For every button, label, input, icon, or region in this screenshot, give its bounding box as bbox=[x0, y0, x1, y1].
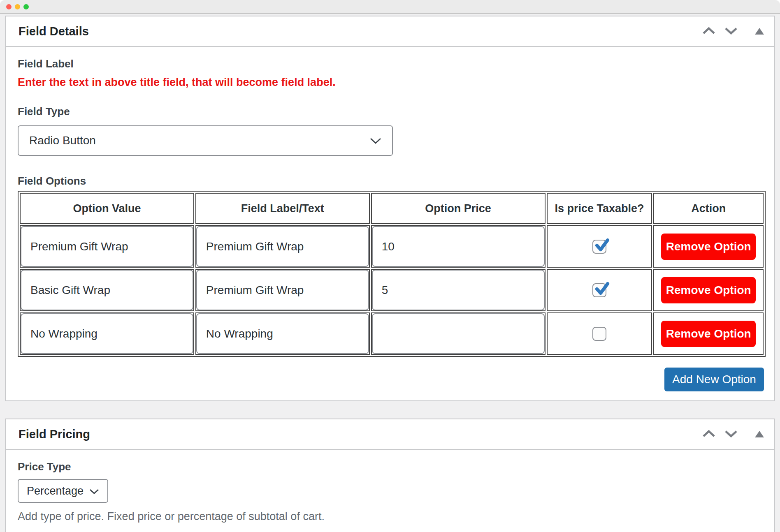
collapse-toggle-button[interactable] bbox=[755, 431, 764, 437]
remove-option-button[interactable]: Remove Option bbox=[661, 277, 756, 303]
column-header-taxable: Is price Taxable? bbox=[547, 193, 652, 224]
checkmark-icon bbox=[594, 281, 611, 299]
chevron-down-icon bbox=[724, 27, 738, 36]
field-pricing-handles bbox=[702, 430, 764, 439]
window-titlebar bbox=[0, 0, 780, 14]
triangle-up-icon bbox=[755, 28, 764, 35]
field-details-header: Field Details bbox=[6, 16, 774, 47]
price-type-help-text: Add type of price. Fixed price or percen… bbox=[18, 510, 764, 523]
field-type-heading: Field Type bbox=[18, 105, 764, 118]
move-down-button[interactable] bbox=[724, 27, 738, 36]
field-pricing-body: Price Type Percentage Add type of price.… bbox=[6, 450, 774, 532]
field-type-selected-value: Radio Button bbox=[29, 134, 96, 147]
option-row-3: Remove Option bbox=[20, 312, 764, 355]
taxable-checkbox[interactable] bbox=[592, 283, 606, 297]
taxable-checkbox[interactable] bbox=[592, 240, 606, 254]
chevron-up-icon bbox=[702, 27, 715, 36]
collapse-toggle-button[interactable] bbox=[755, 28, 764, 35]
minimize-button[interactable] bbox=[15, 4, 20, 9]
option-price-input[interactable] bbox=[372, 270, 545, 310]
app-window: Field Details Field Label E bbox=[0, 0, 780, 532]
taxable-checkbox[interactable] bbox=[592, 327, 606, 341]
move-up-button[interactable] bbox=[702, 430, 715, 439]
field-details-body: Field Label Enter the text in above titl… bbox=[6, 47, 774, 400]
chevron-down-icon bbox=[89, 485, 99, 497]
option-value-input[interactable] bbox=[21, 313, 193, 354]
price-type-heading: Price Type bbox=[18, 460, 764, 473]
close-button[interactable] bbox=[6, 4, 12, 9]
field-options-heading: Field Options bbox=[18, 175, 764, 187]
field-details-handles bbox=[702, 27, 764, 36]
option-row-1: Remove Option bbox=[20, 225, 764, 268]
option-label-input[interactable] bbox=[196, 313, 369, 354]
remove-option-button[interactable]: Remove Option bbox=[661, 321, 756, 347]
move-down-button[interactable] bbox=[724, 430, 738, 439]
option-label-input[interactable] bbox=[196, 270, 369, 310]
zoom-button[interactable] bbox=[23, 4, 29, 9]
triangle-up-icon bbox=[755, 431, 764, 437]
field-type-select[interactable]: Radio Button bbox=[18, 125, 393, 156]
move-up-button[interactable] bbox=[702, 27, 715, 36]
price-type-selected-value: Percentage bbox=[27, 485, 84, 497]
field-details-panel: Field Details Field Label E bbox=[5, 16, 775, 401]
add-new-option-button[interactable]: Add New Option bbox=[664, 368, 764, 391]
chevron-down-icon bbox=[724, 430, 738, 439]
option-price-input[interactable] bbox=[372, 226, 545, 267]
add-option-row: Add New Option bbox=[18, 368, 764, 391]
option-row-2: Remove Option bbox=[20, 269, 764, 311]
field-pricing-header: Field Pricing bbox=[6, 419, 774, 450]
column-header-action: Action bbox=[653, 193, 764, 224]
option-value-input[interactable] bbox=[21, 226, 193, 267]
field-label-warning: Enter the text in above title field, tha… bbox=[18, 76, 764, 89]
chevron-down-icon bbox=[370, 134, 381, 147]
column-header-option-price: Option Price bbox=[371, 193, 546, 224]
chevron-up-icon bbox=[702, 430, 715, 439]
remove-option-button[interactable]: Remove Option bbox=[661, 234, 756, 260]
field-options-table: Option Value Field Label/Text Option Pri… bbox=[18, 191, 766, 357]
field-label-heading: Field Label bbox=[18, 58, 764, 70]
option-value-input[interactable] bbox=[21, 270, 193, 310]
checkmark-icon bbox=[594, 237, 611, 255]
column-header-field-label: Field Label/Text bbox=[195, 193, 370, 224]
price-type-select[interactable]: Percentage bbox=[18, 479, 108, 503]
option-price-input[interactable] bbox=[372, 313, 545, 354]
column-header-option-value: Option Value bbox=[20, 193, 194, 224]
options-table-header-row: Option Value Field Label/Text Option Pri… bbox=[20, 193, 764, 224]
field-details-title: Field Details bbox=[19, 25, 89, 38]
field-pricing-panel: Field Pricing Price Type bbox=[5, 419, 775, 532]
option-label-input[interactable] bbox=[196, 226, 369, 267]
field-pricing-title: Field Pricing bbox=[19, 428, 90, 441]
